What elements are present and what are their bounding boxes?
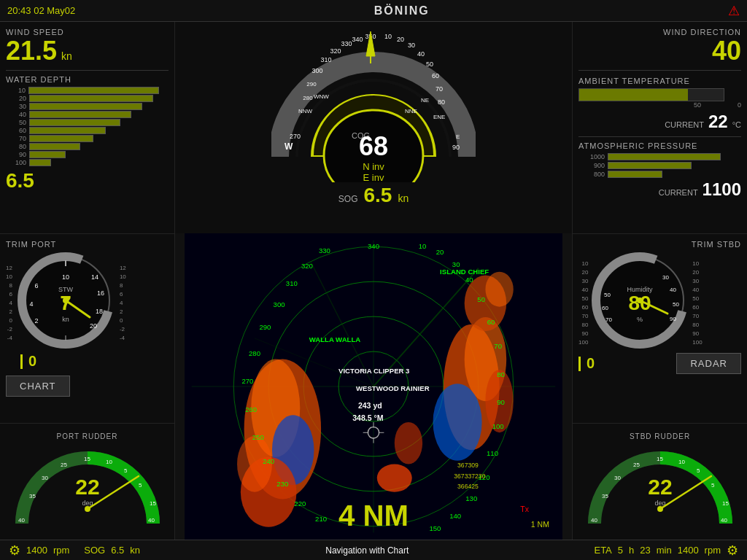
pressure-current-row: CURRENT 1100	[578, 179, 741, 200]
svg-text:WALLA WALLA: WALLA WALLA	[309, 335, 360, 343]
svg-text:220: 220	[294, 499, 306, 508]
svg-text:NNE: NNE	[405, 108, 417, 114]
pressure-bar-row: 800	[578, 171, 741, 178]
port-rudder-label: PORT RUDDER	[57, 432, 118, 440]
svg-text:30: 30	[42, 475, 48, 481]
svg-text:5: 5	[711, 482, 715, 489]
svg-text:60: 60	[432, 72, 439, 79]
svg-text:25: 25	[633, 462, 640, 468]
svg-text:320: 320	[301, 262, 313, 270]
svg-text:16: 16	[97, 289, 104, 297]
radar-button[interactable]: RADAR	[676, 353, 741, 374]
svg-text:6: 6	[34, 282, 38, 289]
svg-text:25: 25	[61, 462, 67, 468]
stw-section: 121086420-2-4 10 6 4 2 14 16 18 20 STW 7…	[6, 252, 169, 350]
sog-value: 6.5	[363, 184, 392, 207]
bottom-left: ⚙ 1400 rpm SOG 6.5 kn	[9, 542, 140, 559]
date-display: 02 May02	[34, 5, 75, 16]
svg-text:150: 150	[429, 524, 441, 532]
svg-text:15: 15	[722, 500, 729, 507]
wind-speed-value: 21.5	[6, 36, 57, 66]
svg-text:260: 260	[245, 405, 257, 413]
svg-text:40: 40	[591, 517, 597, 524]
nav-label: Navigation with Chart	[325, 545, 409, 556]
svg-text:300: 300	[311, 67, 322, 74]
stbd-rudder-panel: STBD RUDDER 40 35 30 25 15 10 5 5 15 40 …	[572, 423, 747, 540]
chart-button[interactable]: CHART	[6, 376, 70, 397]
svg-text:40: 40	[18, 517, 25, 524]
svg-text:270: 270	[241, 377, 253, 385]
header: 20:43 02 May02 BÖNING ⚠	[0, 0, 747, 22]
svg-text:243 yd: 243 yd	[358, 401, 382, 410]
svg-text:10: 10	[678, 459, 685, 465]
svg-text:130: 130	[465, 494, 477, 502]
sog-bottom-value: 6.5	[111, 545, 124, 556]
svg-text:80: 80	[497, 370, 505, 378]
svg-text:NE: NE	[421, 97, 429, 104]
port-rudder-gauge-svg: 40 35 30 25 15 10 5 5 15 40 22 deg	[11, 443, 164, 531]
svg-text:340: 340	[368, 242, 379, 250]
depth-row: 10	[6, 87, 159, 94]
water-depth-value: 6.5	[6, 169, 169, 192]
svg-text:40: 40	[721, 517, 727, 524]
svg-text:366425: 366425	[457, 483, 479, 490]
svg-text:VICTORIA CLIPPER 3: VICTORIA CLIPPER 3	[338, 367, 409, 375]
svg-text:10: 10	[419, 242, 427, 250]
rpm-left-unit: rpm	[53, 545, 69, 556]
svg-text:15: 15	[84, 456, 90, 462]
water-depth-label: WATER DEPTH	[6, 75, 169, 84]
eta-value: 5	[618, 545, 623, 556]
svg-text:10: 10	[106, 459, 112, 465]
atmospheric-pressure-section: ATMOSPHERIC PRESSURE 1000 900 800 CURREN…	[578, 141, 741, 200]
svg-point-161	[657, 506, 663, 512]
svg-text:250: 250	[252, 433, 264, 441]
humidity-section: 102030405060708090100 Humidity 80 % 50 6…	[578, 252, 741, 350]
svg-text:270: 270	[290, 133, 301, 140]
svg-text:300: 300	[274, 300, 285, 308]
humidity-scale-left: 102030405060708090100	[578, 260, 588, 346]
min-unit: min	[657, 545, 672, 556]
sog-bottom-label: SOG	[84, 545, 105, 556]
svg-text:5: 5	[139, 482, 142, 489]
bottom-right: ETA 5 h 23 min 1400 rpm ⚙	[594, 542, 738, 559]
svg-text:30: 30	[408, 42, 415, 49]
svg-text:70: 70	[436, 85, 443, 93]
trim-port-label: TRIM PORT	[6, 240, 56, 249]
svg-point-71	[485, 272, 513, 307]
svg-text:68: 68	[359, 131, 388, 161]
svg-text:310: 310	[320, 56, 331, 63]
svg-text:60: 60	[487, 318, 495, 326]
radar-svg: 340 330 320 310 300 290 280 270 260 250 …	[175, 233, 572, 540]
svg-text:210: 210	[315, 515, 327, 523]
compass-svg: COG 68 N inv E inv 0 350 340 330 320 310…	[271, 26, 476, 182]
svg-text:20: 20	[397, 36, 404, 43]
svg-text:22: 22	[75, 475, 99, 499]
svg-text:280: 280	[249, 349, 260, 357]
trim-port-header: TRIM PORT	[6, 240, 169, 249]
left-top-panel: WIND SPEED 21.5 kn WATER DEPTH 10 20 30 …	[0, 22, 175, 233]
ambient-temp-section: AMBIENT TEMPERATURE 50 0 CURRENT 22 °C	[578, 77, 741, 132]
wind-speed-unit: kn	[61, 50, 72, 62]
pressure-bar-row: 900	[578, 162, 741, 169]
svg-text:50: 50	[426, 61, 433, 68]
sog-unit: kn	[398, 192, 409, 204]
stbd-rudder-gauge-svg: 40 35 30 25 15 10 5 5 15 40 22 deg	[584, 443, 737, 531]
svg-text:90: 90	[497, 398, 505, 406]
temp-bar-zero: 0	[738, 101, 741, 109]
svg-text:40: 40	[670, 287, 676, 293]
svg-text:22: 22	[648, 475, 672, 499]
water-depth-section: WATER DEPTH 10 20 30 40 50 60 70 80 90 1…	[6, 75, 169, 192]
trim-stbd-label: TRIM STBD	[692, 240, 741, 249]
pressure-current-value: 1100	[703, 179, 741, 200]
sog-bottom-unit: kn	[130, 545, 140, 556]
svg-point-68	[433, 384, 482, 460]
temp-bar-max: 50	[694, 101, 701, 109]
svg-text:W: W	[285, 141, 293, 152]
current-label: CURRENT	[665, 120, 704, 129]
svg-text:60: 60	[602, 305, 608, 311]
trim-stbd-value: 0	[587, 355, 595, 372]
svg-text:320: 320	[330, 47, 341, 55]
temp-unit: °C	[732, 120, 741, 129]
radar-panel: 340 330 320 310 300 290 280 270 260 250 …	[175, 233, 572, 540]
depth-row: 20	[6, 95, 159, 102]
